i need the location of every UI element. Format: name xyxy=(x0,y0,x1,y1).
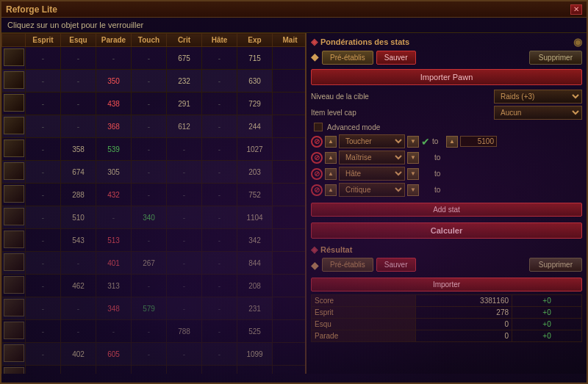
table-cell: - xyxy=(202,206,237,229)
result-diamond-icon: ◆ xyxy=(311,259,319,271)
table-cell: - xyxy=(26,115,61,138)
table-cell: - xyxy=(26,252,61,275)
table-row[interactable]: -543513---342 xyxy=(2,229,306,252)
result-save-button[interactable]: Sauver xyxy=(376,258,416,272)
table-cell: 267 xyxy=(132,252,167,275)
table-cell: - xyxy=(167,366,202,374)
table-row[interactable]: --350-232-630 xyxy=(2,70,306,93)
result-label: Esprit xyxy=(312,307,416,319)
item-icon xyxy=(4,253,24,271)
arrow-dn-3[interactable]: ▼ xyxy=(407,168,419,180)
arrow-dn-4[interactable]: ▼ xyxy=(407,184,419,196)
table-cell: - xyxy=(26,161,61,184)
import-pawn-button[interactable]: Importer Pawn xyxy=(311,69,582,85)
table-cell: 674 xyxy=(61,161,96,184)
table-cell: 788 xyxy=(167,320,202,343)
result-preset-button[interactable]: Pré-établis xyxy=(322,258,373,272)
item-icon xyxy=(4,71,24,89)
close-button[interactable]: ✕ xyxy=(570,4,582,15)
table-cell: 313 xyxy=(96,275,132,297)
table-cell: 510 xyxy=(61,206,96,229)
result-preset-row: ◆ Pré-établis Sauver Supprimer xyxy=(311,258,582,272)
table-container: Esprit Esqu Parade Touch Crit Hâte Exp M… xyxy=(1,33,305,374)
arrow-dn-1[interactable]: ▼ xyxy=(407,136,419,148)
table-cell: - xyxy=(202,229,237,252)
table-row[interactable]: -674305---203 xyxy=(2,161,306,184)
stat-select-2[interactable]: Maîtrise xyxy=(339,151,405,164)
table-cell: 305 xyxy=(96,161,132,184)
delete-button[interactable]: Supprimer xyxy=(529,51,582,65)
arrow-up-4[interactable]: ▲ xyxy=(325,184,337,196)
table-row[interactable]: -462313---208 xyxy=(2,275,306,297)
preset-button[interactable]: Pré-établis xyxy=(322,51,373,65)
no-icon-2: ⊘ xyxy=(311,152,323,164)
table-row[interactable]: -402605---1099 xyxy=(2,343,306,366)
table-cell: - xyxy=(167,138,202,161)
result-plus: +0 xyxy=(512,295,582,307)
table-row[interactable]: --438-291-729 xyxy=(2,93,306,115)
table-cell: - xyxy=(26,366,61,374)
table-cell: - xyxy=(61,297,96,320)
table-cell: - xyxy=(26,47,61,70)
arrow-dn-2[interactable]: ▼ xyxy=(407,152,419,164)
val-arrow-1[interactable]: ▲ xyxy=(446,136,458,148)
result-row: Score3381160+0 xyxy=(312,295,582,307)
calculer-button[interactable]: Calculer xyxy=(311,222,582,239)
table-row[interactable]: ------- xyxy=(2,366,306,374)
table-cell: - xyxy=(167,297,202,320)
add-stat-button[interactable]: Add stat xyxy=(311,203,582,217)
item-icon xyxy=(4,185,24,203)
table-row[interactable]: ----675-715 xyxy=(2,47,306,70)
table-cell: 513 xyxy=(96,229,132,252)
table-cell: - xyxy=(96,366,132,374)
table-cell: - xyxy=(202,47,237,70)
arrow-up-2[interactable]: ▲ xyxy=(325,152,337,164)
item-icon xyxy=(4,322,24,339)
table-row[interactable]: ----788-525 xyxy=(2,320,306,343)
stat-select-3[interactable]: Hâte xyxy=(339,167,405,181)
table-cell: 715 xyxy=(237,47,273,70)
table-row[interactable]: -288432---752 xyxy=(2,184,306,206)
table-cell: - xyxy=(61,115,96,138)
table-cell: - xyxy=(167,275,202,297)
table-cell: - xyxy=(202,161,237,184)
table-row[interactable]: -358539---1027 xyxy=(2,138,306,161)
result-section-title: Résultat xyxy=(320,245,352,254)
arrow-up-1[interactable]: ▲ xyxy=(325,136,337,148)
table-cell: 729 xyxy=(237,93,273,115)
section-title: Pondérations des stats xyxy=(320,37,409,46)
item-cap-select[interactable]: Aucun xyxy=(494,106,582,120)
table-cell: 402 xyxy=(61,343,96,366)
table-row[interactable]: --348579--231 xyxy=(2,297,306,320)
preset-row: ◆ Pré-établis Sauver Supprimer xyxy=(311,51,582,65)
table-cell: 348 xyxy=(96,297,132,320)
result-value: 0 xyxy=(416,330,512,342)
stat-select-4[interactable]: Critique xyxy=(339,183,405,197)
subtitle-bar: Cliquez sur un objet pour le verrouiller xyxy=(1,18,587,33)
item-icon xyxy=(4,344,24,362)
table-cell: - xyxy=(61,252,96,275)
table-cell: 462 xyxy=(61,275,96,297)
niveau-select[interactable]: Raids (+3) Normal Héroïque xyxy=(494,90,582,104)
col-exp: Exp xyxy=(237,34,273,47)
table-row[interactable]: -510-340--1104 xyxy=(2,206,306,229)
item-level-cap-label: Item level cap xyxy=(311,109,356,117)
importer-button[interactable]: Importer xyxy=(311,278,582,291)
table-cell: 288 xyxy=(61,184,96,206)
table-cell: - xyxy=(132,93,167,115)
table-cell: - xyxy=(26,184,61,206)
table-row[interactable]: --401267--844 xyxy=(2,252,306,275)
table-cell: - xyxy=(132,229,167,252)
result-plus: +0 xyxy=(512,319,582,330)
val-input-1[interactable] xyxy=(460,136,497,147)
result-delete-button[interactable]: Supprimer xyxy=(529,258,582,272)
save-button[interactable]: Sauver xyxy=(376,51,416,65)
table-cell: - xyxy=(26,70,61,93)
table-cell: - xyxy=(61,366,96,374)
stat-select-1[interactable]: Toucher xyxy=(339,134,405,148)
advanced-checkbox[interactable] xyxy=(314,123,323,131)
table-row[interactable]: --368-612-244 xyxy=(2,115,306,138)
item-icon xyxy=(4,276,24,294)
arrow-up-3[interactable]: ▲ xyxy=(325,168,337,180)
result-header: ◈ Résultat xyxy=(311,244,582,255)
